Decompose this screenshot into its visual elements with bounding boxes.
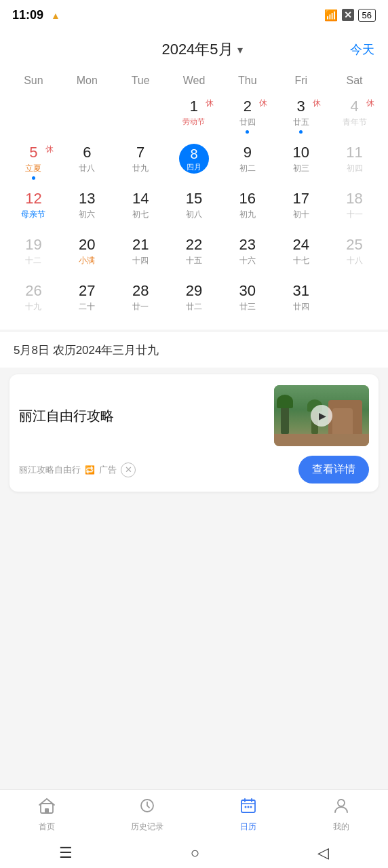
ad-source: 丽江攻略自由行 🔁 广告 ✕ <box>19 462 136 477</box>
calendar-header: 2024年5月 ▾ 今天 <box>0 30 388 66</box>
cal-cell-may16[interactable]: 16 初九 <box>220 184 274 231</box>
calendar-week-5: 26 十九 27 二十 28 廿一 29 廿二 30 廿三 31 廿四 <box>7 277 381 323</box>
calendar-week-2: 休 5 立夏 6 廿八 7 廿九 8 四月 9 初二 10 <box>7 138 381 184</box>
cal-cell-may30[interactable]: 30 廿三 <box>220 277 274 323</box>
cal-cell-may26[interactable]: 26 十九 <box>7 277 60 323</box>
holiday-tag: 休 <box>206 98 214 109</box>
menu-button[interactable]: ☰ <box>59 844 73 862</box>
cal-cell-may1[interactable]: 休 1 劳动节 <box>168 92 221 138</box>
holiday-tag: 休 <box>45 144 54 155</box>
cal-cell-empty <box>60 92 114 138</box>
home-button[interactable]: ○ <box>191 844 199 862</box>
nav-label-home: 首页 <box>39 821 55 833</box>
svg-point-5 <box>247 806 249 808</box>
wifi-icon: 📶 <box>324 9 338 22</box>
cal-cell-may11[interactable]: 11 初四 <box>328 138 381 184</box>
x-icon: ✕ <box>342 9 354 21</box>
cal-cell-may25[interactable]: 25 十八 <box>328 231 381 277</box>
nav-item-home[interactable]: 首页 <box>38 797 56 833</box>
cal-cell-may5[interactable]: 休 5 立夏 <box>7 138 60 184</box>
weekday-thu: Thu <box>220 72 274 90</box>
cal-cell-may2[interactable]: 休 2 廿四 <box>220 92 274 138</box>
play-button[interactable]: ▶ <box>311 405 332 427</box>
calendar-week-3: 12 母亲节 13 初六 14 初七 15 初八 16 初九 17 初十 1 <box>7 184 381 231</box>
cal-cell-empty <box>328 277 381 323</box>
status-icons: 📶 ✕ 56 <box>324 9 376 22</box>
cal-cell-empty <box>7 92 60 138</box>
month-title[interactable]: 2024年5月 ▾ <box>161 39 242 60</box>
cal-cell-may22[interactable]: 22 十五 <box>168 231 221 277</box>
cal-cell-may20[interactable]: 20 小满 <box>60 231 114 277</box>
nav-label-history: 历史记录 <box>131 821 163 833</box>
cal-cell-empty <box>114 92 168 138</box>
ad-card: 丽江自由行攻略 ▶ 丽江攻略自由行 🔁 广告 ✕ 查看详情 <box>9 374 379 492</box>
selected-date-info: 5月8日 农历2024年三月廿九 <box>0 331 388 368</box>
cal-cell-may31[interactable]: 31 廿四 <box>274 277 328 323</box>
cal-cell-may13[interactable]: 13 初六 <box>60 184 114 231</box>
system-nav-bar: ☰ ○ ◁ <box>0 838 388 868</box>
dropdown-arrow-icon: ▾ <box>237 43 243 56</box>
holiday-tag: 休 <box>366 98 374 109</box>
profile-icon <box>332 797 350 818</box>
ad-close-button[interactable]: ✕ <box>121 462 136 477</box>
svg-point-6 <box>250 806 252 808</box>
cal-cell-may28[interactable]: 28 廿一 <box>114 277 168 323</box>
cal-cell-may8-today[interactable]: 8 四月 <box>168 138 221 184</box>
ad-detail-button[interactable]: 查看详情 <box>298 456 369 484</box>
cal-cell-may9[interactable]: 9 初二 <box>220 138 274 184</box>
cal-cell-may3[interactable]: 休 3 廿五 <box>274 92 328 138</box>
svg-rect-1 <box>45 808 49 813</box>
cal-cell-may24[interactable]: 24 十七 <box>274 231 328 277</box>
ad-title: 丽江自由行攻略 <box>19 407 266 425</box>
calendar: Sun Mon Tue Wed Thu Fri Sat 休 1 劳动节 休 2 … <box>0 66 388 330</box>
cal-cell-may12[interactable]: 12 母亲节 <box>7 184 60 231</box>
cal-cell-may17[interactable]: 17 初十 <box>274 184 328 231</box>
cal-cell-may7[interactable]: 7 廿九 <box>114 138 168 184</box>
holiday-tag: 休 <box>313 98 321 109</box>
cal-cell-may27[interactable]: 27 二十 <box>60 277 114 323</box>
status-time: 11:09 ▲ <box>12 8 60 22</box>
weekday-sat: Sat <box>328 72 381 90</box>
weekday-header: Sun Mon Tue Wed Thu Fri Sat <box>7 66 381 92</box>
cal-cell-may14[interactable]: 14 初七 <box>114 184 168 231</box>
cal-cell-may19[interactable]: 19 十二 <box>7 231 60 277</box>
event-dot <box>299 130 303 134</box>
event-dot <box>32 176 35 180</box>
weekday-wed: Wed <box>168 72 221 90</box>
holiday-tag: 休 <box>259 98 267 109</box>
ad-thumbnail[interactable]: ▶ <box>274 385 369 446</box>
weekday-mon: Mon <box>60 72 114 90</box>
nav-label-profile: 我的 <box>333 821 349 833</box>
calendar-week-1: 休 1 劳动节 休 2 廿四 休 3 廿五 休 4 青年节 <box>7 92 381 138</box>
alert-icon: ▲ <box>51 10 60 21</box>
cal-cell-may18[interactable]: 18 十一 <box>328 184 381 231</box>
cal-cell-may15[interactable]: 15 初八 <box>168 184 221 231</box>
today-button[interactable]: 今天 <box>350 41 374 58</box>
weekday-fri: Fri <box>274 72 328 90</box>
nav-item-history[interactable]: 历史记录 <box>131 797 163 833</box>
battery-icon: 56 <box>358 9 376 22</box>
cal-cell-may10[interactable]: 10 初三 <box>274 138 328 184</box>
status-bar: 11:09 ▲ 📶 ✕ 56 <box>0 0 388 30</box>
calendar-week-4: 19 十二 20 小满 21 十四 22 十五 23 十六 24 十七 25 <box>7 231 381 277</box>
svg-point-4 <box>244 806 246 808</box>
cal-cell-may6[interactable]: 6 廿八 <box>60 138 114 184</box>
weekday-sun: Sun <box>7 72 60 90</box>
cal-cell-may29[interactable]: 29 廿二 <box>168 277 221 323</box>
bottom-navigation: 首页 历史记录 日历 <box>0 789 388 838</box>
nav-item-profile[interactable]: 我的 <box>332 797 350 833</box>
nav-label-calendar: 日历 <box>240 821 256 833</box>
svg-point-7 <box>338 800 345 806</box>
history-icon <box>138 797 156 818</box>
calendar-icon <box>239 797 257 818</box>
home-icon <box>38 797 56 818</box>
event-dot <box>246 130 249 134</box>
nav-item-calendar[interactable]: 日历 <box>239 797 257 833</box>
cal-cell-may23[interactable]: 23 十六 <box>220 231 274 277</box>
cal-cell-may21[interactable]: 21 十四 <box>114 231 168 277</box>
back-button[interactable]: ◁ <box>317 844 329 862</box>
weekday-tue: Tue <box>114 72 168 90</box>
cal-cell-may4[interactable]: 休 4 青年节 <box>328 92 381 138</box>
